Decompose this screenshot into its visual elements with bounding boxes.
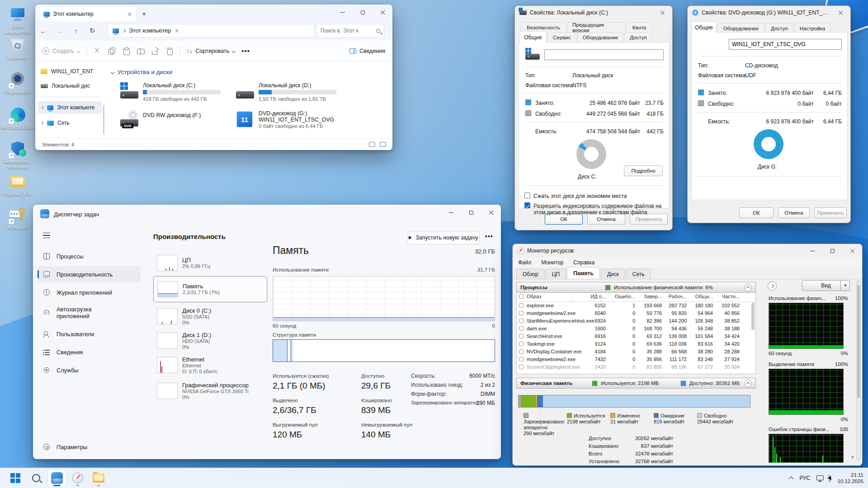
minimize-button[interactable] <box>441 205 461 220</box>
breadcrumb[interactable]: Этот компьютер <box>129 28 171 34</box>
process-row[interactable]: ScreenClippingHost.exe2420083 85688 1966… <box>517 363 755 371</box>
row-checkbox[interactable] <box>519 349 524 354</box>
minimize-button[interactable] <box>802 244 822 258</box>
taskbar-file-explorer[interactable] <box>90 469 108 487</box>
nav-app-history[interactable]: Журнал приложений <box>38 284 141 300</box>
list-view-icon[interactable] <box>369 142 375 147</box>
drive-tile-g[interactable]: 11 DVD-дисковод (G:) WIN11_IOT_ENT_LTSC_… <box>235 110 346 136</box>
row-checkbox[interactable] <box>519 303 524 308</box>
run-new-task-button[interactable]: Запустить новую задачу <box>407 231 480 244</box>
taskbar-task-manager[interactable] <box>48 469 66 487</box>
close-button[interactable] <box>830 6 850 19</box>
expander-icon[interactable] <box>41 122 44 125</box>
close-button[interactable] <box>652 6 672 19</box>
tab-tools[interactable]: Сервис <box>547 32 576 42</box>
card-gpu[interactable]: Графический процессор NVIDIA GeForce GTX… <box>153 378 267 404</box>
card-disk1[interactable]: Диск 1 (D:) HDD (SATA) 0% <box>153 329 267 352</box>
volume-label-input[interactable] <box>544 49 664 60</box>
drive-tile-d[interactable]: Локальный диск (D:) 1,50 ТБ свободно из … <box>235 82 346 106</box>
col-pid[interactable]: ИД п... <box>573 294 606 299</box>
card-cpu[interactable]: ЦП 2% 0,89 ГГц <box>153 252 267 274</box>
start-button[interactable] <box>6 469 24 487</box>
tab-general[interactable]: Общие <box>519 31 547 43</box>
desktop-icon-edge[interactable]: ↗ Microsoft Edge <box>0 107 35 130</box>
taskbar-search-button[interactable] <box>27 469 45 487</box>
tab-overview[interactable]: Обзор <box>516 269 545 279</box>
desktop-icon-patches-fix[interactable]: Patches_FIX <box>0 174 35 197</box>
table-scrollbar[interactable] <box>751 303 755 330</box>
chevron-right-icon[interactable] <box>122 29 126 33</box>
new-button[interactable]: Создать <box>42 47 80 54</box>
tab-network[interactable]: Сеть <box>626 269 651 279</box>
paste-icon[interactable] <box>122 47 130 55</box>
sort-button[interactable]: ↑↓ Сортировать <box>187 47 236 54</box>
chevron-right-icon[interactable] <box>174 29 178 33</box>
tray-status-icons[interactable] <box>816 475 831 480</box>
more-options-icon[interactable]: ••• <box>241 47 250 55</box>
volume-label-input[interactable] <box>729 39 842 50</box>
address-bar[interactable]: Этот компьютер <box>108 24 315 38</box>
process-row[interactable]: explorer.exe61521193 668282 732180 18010… <box>517 302 755 310</box>
process-row[interactable]: msedgewebview2.exe6040050 77695 82054 96… <box>517 310 755 317</box>
maximize-button[interactable] <box>461 205 481 220</box>
process-row[interactable]: msedgewebview2.exe7432035 956111 17283 2… <box>517 356 755 363</box>
row-checkbox[interactable] <box>519 365 524 369</box>
expand-panel-button[interactable] <box>768 282 777 291</box>
menu-help[interactable]: Справка <box>573 259 594 266</box>
card-memory[interactable]: Память 2,2/31,7 ГБ (7%) <box>153 276 267 302</box>
tray-overflow-icon[interactable] <box>789 476 794 481</box>
row-checkbox[interactable] <box>519 334 524 338</box>
share-icon[interactable] <box>151 47 159 55</box>
rename-icon[interactable] <box>137 47 145 55</box>
desktop-icon-activators[interactable]: ↗ Activators <box>0 207 35 230</box>
table-header-row[interactable]: Образ ИД п... Ошибо... Завер... Рабоч...… <box>517 293 755 302</box>
sidebar-scrollbar[interactable] <box>103 105 104 135</box>
nav-performance[interactable]: Производительность <box>38 266 141 282</box>
select-all-checkbox[interactable] <box>519 294 524 299</box>
menu-monitor[interactable]: Монитор <box>542 259 564 266</box>
collapse-button[interactable] <box>744 380 752 387</box>
tab-sharing[interactable]: Доступ <box>624 32 652 42</box>
delete-icon[interactable] <box>165 47 174 55</box>
desktop-icon-windows-security[interactable]: ↗ Безопасно... Windows <box>0 141 35 169</box>
row-checkbox[interactable] <box>519 311 524 315</box>
language-indicator[interactable]: РУС <box>799 475 810 481</box>
new-tab-button[interactable]: + <box>142 10 146 18</box>
section-devices-header[interactable]: Устройства и диски <box>111 69 172 75</box>
cut-icon[interactable] <box>93 47 101 55</box>
up-icon[interactable]: ↑ <box>68 27 84 35</box>
explorer-tab[interactable]: Этот компьютер <box>40 7 136 21</box>
tab-quota[interactable]: Квота <box>626 22 652 32</box>
desktop-icon-recycle-bin[interactable]: Корзина <box>0 37 35 60</box>
search-icon[interactable] <box>376 29 380 33</box>
details-pane-button[interactable]: Сведения <box>349 48 385 54</box>
tab-general[interactable]: Общие <box>691 21 717 33</box>
forward-icon[interactable]: → <box>52 27 68 35</box>
tab-memory[interactable]: Память <box>567 267 599 279</box>
refresh-icon[interactable]: ↻ <box>84 27 100 35</box>
index-checkbox[interactable] <box>524 202 530 208</box>
sidebar-item-local-disk[interactable]: Локальный дис <box>38 80 102 92</box>
desktop-icon-this-pc[interactable]: Этот компьютер <box>0 6 35 35</box>
nav-services[interactable]: Службы <box>38 362 141 378</box>
process-row[interactable]: dwm.exe16000168 70094 43656 24838 188 <box>517 325 755 333</box>
processes-section-header[interactable]: Процессы Использование физической памяти… <box>516 282 756 293</box>
process-row[interactable]: Taskmgr.exe9124069 636118 03683 61634 42… <box>517 340 755 348</box>
tab-hardware[interactable]: Оборудование <box>577 32 623 42</box>
tab-disk[interactable]: Диск <box>601 269 625 279</box>
process-row[interactable]: NVDisplay.Container.exe4184035 28866 568… <box>517 348 755 356</box>
hamburger-menu-icon[interactable] <box>43 233 50 238</box>
dropdown-arrow[interactable] <box>840 281 849 291</box>
nav-users[interactable]: Пользователи <box>38 326 141 342</box>
col-private[interactable]: Частн... <box>707 294 740 299</box>
tab-hardware[interactable]: Оборудование <box>717 23 764 33</box>
process-row[interactable]: SearchHost.exe6916069 312136 008101 5843… <box>517 333 755 340</box>
drive-tile-c[interactable]: Локальный диск (C:) 418 ГБ свободно из 4… <box>119 82 231 106</box>
more-options-icon[interactable]: ••• <box>485 233 493 240</box>
row-checkbox[interactable] <box>519 342 524 346</box>
collapse-button[interactable] <box>744 284 752 291</box>
view-dropdown[interactable]: Вид <box>802 280 850 291</box>
expander-icon[interactable] <box>41 106 44 109</box>
tab-sharing[interactable]: Доступ <box>765 23 793 33</box>
sidebar-item-folder[interactable]: WIN11_IOT_ENT <box>38 65 102 78</box>
